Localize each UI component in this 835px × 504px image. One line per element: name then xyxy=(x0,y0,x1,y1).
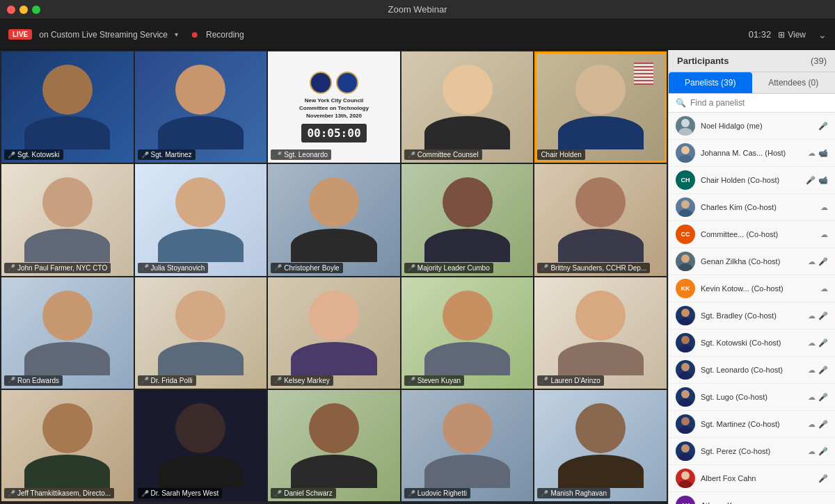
cloud-icon: ☁ xyxy=(808,149,816,158)
grid-icon: ⊞ xyxy=(778,30,785,40)
panelist-name: Athena Karp xyxy=(701,501,822,504)
cloud-icon: ☁ xyxy=(820,230,828,239)
participant-name: Sgt. Martinez xyxy=(151,151,192,158)
avatar xyxy=(676,197,695,217)
participant-name: Manish Raghavan xyxy=(550,489,607,497)
video-icon: 📹 xyxy=(818,149,828,158)
mic-icon: 🎤 xyxy=(274,264,282,271)
video-cell-kelsey-markey: 🎤Kelsey Markey xyxy=(268,277,400,389)
minimize-button[interactable] xyxy=(19,6,28,14)
svg-point-6 xyxy=(681,254,690,263)
mic-icon: 🎤 xyxy=(274,490,282,497)
list-item: Noel Hidalgo (me) 🎤 xyxy=(669,113,835,140)
panelists-list: Noel Hidalgo (me) 🎤 Johanna M. Cas... (H… xyxy=(669,113,835,504)
panelist-controls: ☁ 📹 xyxy=(808,149,828,158)
participant-name: Sgt. Kotowski xyxy=(17,151,60,158)
list-item: Sgt. Bradley (Co-host) ☁ 🎤 xyxy=(669,302,835,330)
sidebar-title: Participants xyxy=(677,56,729,66)
svg-point-13 xyxy=(678,372,692,380)
video-cell-dr-frida-polli: 🎤Dr. Frida Polli xyxy=(135,277,267,389)
svg-point-15 xyxy=(678,399,692,407)
video-cell-john-paul-farmer: 🎤John Paul Farmer, NYC CTO xyxy=(1,164,134,275)
tab-attendees[interactable]: Attendees (0) xyxy=(752,72,836,93)
maximize-button[interactable] xyxy=(32,6,40,14)
list-item: Sgt. Kotowski (Co-host) ☁ 🎤 xyxy=(669,330,835,357)
mic-icon: 🎤 xyxy=(274,152,282,158)
mic-icon: 🎤 xyxy=(541,490,548,497)
avatar xyxy=(676,360,695,380)
mic-icon: 🎤 xyxy=(408,264,415,271)
video-cell-brittny-saunders: 🎤Brittny Saunders, CCHR Dep... xyxy=(534,164,667,275)
svg-point-9 xyxy=(678,318,692,325)
svg-point-8 xyxy=(681,309,690,317)
list-item: CH Chair Holden (Co-host) 🎤 📹 xyxy=(669,167,835,194)
avatar xyxy=(676,387,695,407)
list-item: Sgt. Lugo (Co-host) ☁ 🎤 xyxy=(669,384,835,411)
mic-icon: 🎤 xyxy=(274,377,282,384)
slide-timer: 00:05:00 xyxy=(301,124,366,143)
svg-point-3 xyxy=(678,155,692,163)
mic-icon: 🎤 xyxy=(408,152,415,158)
panelist-controls: ☁ 🎤 xyxy=(808,420,828,429)
svg-point-16 xyxy=(681,417,690,425)
mic-icon: 🎤 xyxy=(141,377,149,384)
sidebar-header: Participants (39) xyxy=(669,50,835,72)
cloud-icon: ☁ xyxy=(820,284,828,293)
mic-icon: 🎤 xyxy=(141,264,149,271)
close-button[interactable] xyxy=(7,6,15,14)
participant-name: Brittny Saunders, CCHR Dep... xyxy=(550,264,646,272)
cloud-icon: ☁ xyxy=(808,393,816,402)
avatar: CH xyxy=(676,170,695,190)
avatar: CC xyxy=(676,225,695,244)
panelist-name: Chair Holden (Co-host) xyxy=(701,176,800,184)
avatar xyxy=(676,116,695,136)
svg-point-11 xyxy=(678,345,692,352)
list-item: Charles Kim (Co-host) ☁ xyxy=(669,194,835,221)
mic-icon: 🎤 xyxy=(408,490,415,497)
video-cell-chair-holden: Chair Holden xyxy=(534,51,667,163)
participant-name: Ron Edwards xyxy=(17,377,59,384)
avatar xyxy=(676,306,695,325)
participant-name: Majority Leader Cumbo xyxy=(418,264,490,272)
avatar xyxy=(676,333,695,352)
svg-point-7 xyxy=(678,263,692,271)
video-cell-christopher-boyle: 🎤Christopher Boyle xyxy=(268,164,400,275)
video-cell-julia-stoyanovich: 🎤Julia Stoyanovich xyxy=(135,164,267,275)
view-button[interactable]: ⊞ View xyxy=(778,30,806,40)
sidebar-collapse-button[interactable]: ⌄ xyxy=(818,29,827,40)
panelist-name: Johanna M. Cas... (Host) xyxy=(701,149,802,157)
panelist-controls: ☁ 🎤 xyxy=(808,366,828,375)
panelist-controls: ☁ 🎤 xyxy=(808,447,828,456)
svg-point-5 xyxy=(678,209,692,217)
participant-name: Jeff Thamkittikasem, Directo... xyxy=(17,489,111,497)
participant-name: Daniel Schwarz xyxy=(284,489,332,497)
main-area: 🎤Sgt. Kotowski 🎤Sgt. Martinez New York C… xyxy=(0,50,835,504)
avatar xyxy=(676,143,695,163)
svg-point-21 xyxy=(678,480,692,488)
cloud-icon: ☁ xyxy=(808,366,816,375)
mic-muted-icon: 🎤 xyxy=(818,447,828,456)
cloud-icon: ☁ xyxy=(808,447,816,456)
list-item: Johanna M. Cas... (Host) ☁ 📹 xyxy=(669,140,835,167)
slide-title: New York City Council Committee on Techn… xyxy=(299,97,369,120)
avatar xyxy=(676,469,695,488)
svg-point-14 xyxy=(681,390,690,398)
search-icon: 🔍 xyxy=(676,98,686,108)
mic-muted-icon: 🎤 xyxy=(818,420,828,429)
mic-muted-icon: 🎤 xyxy=(818,339,828,348)
panelist-name: Noel Hidalgo (me) xyxy=(701,122,813,130)
session-timer: 01:32 xyxy=(749,29,772,40)
panelist-name: Committee... (Co-host) xyxy=(701,230,815,238)
panelist-name: Sgt. Lugo (Co-host) xyxy=(701,393,802,401)
panelist-controls: ☁ xyxy=(820,203,828,212)
streaming-dropdown-arrow[interactable]: ▾ xyxy=(175,31,178,38)
avatar xyxy=(676,252,695,271)
mic-muted-icon: 🎤 xyxy=(818,122,828,131)
panelist-controls: ☁ 🎤 xyxy=(808,311,828,320)
tab-panelists[interactable]: Panelists (39) xyxy=(669,72,752,93)
video-cell-majority-leader-cumbo: 🎤Majority Leader Cumbo xyxy=(401,164,534,275)
cloud-icon: ☁ xyxy=(820,203,828,212)
video-icon: 📹 xyxy=(818,176,828,185)
participant-name: Steven Kuyan xyxy=(418,377,461,384)
search-input[interactable] xyxy=(690,98,828,108)
